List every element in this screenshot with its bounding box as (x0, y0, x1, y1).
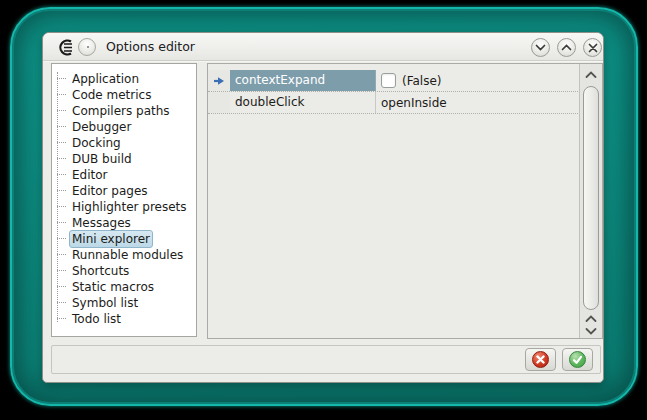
grid-scrollbar[interactable] (579, 64, 602, 338)
tree-branch (57, 78, 66, 79)
tree-branch (57, 174, 66, 175)
property-name-cell[interactable]: doubleClick (230, 92, 376, 113)
sidebar-item-editor-pages[interactable]: Editor pages (52, 182, 196, 198)
cancel-icon (532, 351, 549, 368)
property-value-cell[interactable]: openInside (376, 92, 578, 113)
menu-dot-icon (87, 46, 89, 48)
chevron-down-icon (535, 44, 546, 51)
titlebar[interactable]: Options editor (43, 33, 603, 61)
row-gutter (208, 92, 230, 113)
sidebar-item-code-metrics[interactable]: Code metrics (52, 86, 196, 102)
tree-branch (57, 158, 66, 159)
sidebar-item-todo-list[interactable]: Todo list (52, 310, 196, 326)
tree-branch (57, 302, 66, 303)
rollup-button[interactable] (557, 38, 576, 57)
shade-button[interactable] (531, 38, 550, 57)
screen: Options editor Application (0, 0, 647, 420)
tree-branch (57, 206, 66, 207)
check-icon (569, 351, 586, 368)
sidebar-item-symbol-list[interactable]: Symbol list (52, 294, 196, 310)
tree-branch (57, 286, 66, 287)
sidebar-item-compilers-paths[interactable]: Compilers paths (52, 102, 196, 118)
window-menu-button[interactable] (78, 38, 96, 56)
categories-tree: Application Code metrics Compilers paths… (51, 63, 197, 337)
sidebar-item-label: Todo list (69, 310, 124, 328)
sidebar-item-debugger[interactable]: Debugger (52, 118, 196, 134)
scrollbar-down-button[interactable] (580, 325, 602, 337)
sidebar-item-shortcuts[interactable]: Shortcuts (52, 262, 196, 278)
sidebar-item-runnable-modules[interactable]: Runnable modules (52, 246, 196, 262)
sidebar-item-docking[interactable]: Docking (52, 134, 196, 150)
tree-items: Application Code metrics Compilers paths… (52, 70, 196, 326)
sidebar-item-messages[interactable]: Messages (52, 214, 196, 230)
value-text: (False) (402, 74, 442, 88)
property-value-cell[interactable]: (False) (376, 70, 578, 91)
tree-branch (57, 94, 66, 95)
tree-branch (57, 126, 66, 127)
value-checkbox[interactable] (381, 73, 396, 88)
close-button[interactable] (583, 38, 602, 57)
tree-branch (57, 318, 66, 319)
tree-branch (57, 238, 66, 239)
tree-branch (57, 270, 66, 271)
sidebar-item-mini-explorer[interactable]: Mini explorer (52, 230, 196, 246)
sidebar-item-application[interactable]: Application (52, 70, 196, 86)
sidebar-item-dub-build[interactable]: DUB build (52, 150, 196, 166)
row-marker-arrow-icon (213, 76, 225, 86)
sidebar-item-static-macros[interactable]: Static macros (52, 278, 196, 294)
value-text: openInside (381, 96, 447, 110)
property-row-contextexpand[interactable]: contextExpand (False) (208, 70, 578, 92)
tree-branch (57, 190, 66, 191)
cancel-button[interactable] (525, 348, 556, 371)
row-gutter (208, 70, 230, 91)
accept-button[interactable] (562, 348, 593, 371)
chevron-up-icon (585, 71, 597, 79)
tree-branch (57, 222, 66, 223)
chevron-up-icon (561, 44, 572, 51)
scrollbar-up-button[interactable] (580, 69, 602, 81)
chevron-down-icon (585, 327, 597, 335)
sidebar-item-highlighter-presets[interactable]: Highlighter presets (52, 198, 196, 214)
property-name-cell[interactable]: contextExpand (230, 70, 376, 91)
tree-branch (57, 142, 66, 143)
close-icon (588, 43, 598, 53)
splitter[interactable] (197, 63, 207, 337)
coedit-logo-icon (55, 39, 77, 56)
tree-branch (57, 254, 66, 255)
scrollbar-up-button-bottom[interactable] (580, 313, 602, 325)
property-grid-rows: contextExpand (False) doubleClick openIn… (208, 70, 578, 114)
tree-branch (57, 110, 66, 111)
window-title: Options editor (106, 33, 195, 61)
scrollbar-thumb[interactable] (583, 86, 599, 310)
footer-toolbar (51, 345, 601, 374)
chevron-up-icon (585, 315, 597, 323)
options-editor-window: Options editor Application (42, 32, 604, 383)
property-row-doubleclick[interactable]: doubleClick openInside (208, 92, 578, 114)
property-grid: contextExpand (False) doubleClick openIn… (207, 63, 603, 339)
sidebar-item-editor[interactable]: Editor (52, 166, 196, 182)
